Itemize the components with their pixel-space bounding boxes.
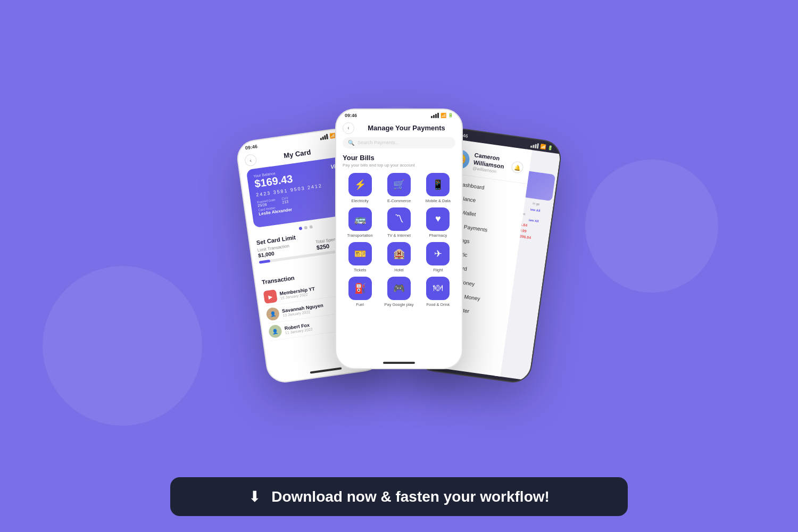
center-phone-content: ‹ Manage Your Payments 🔍 Search Payments…	[336, 120, 462, 307]
cvv-label: CVV	[281, 196, 288, 201]
signal-left	[320, 134, 328, 140]
bill-label: Electricity	[352, 198, 369, 203]
bill-item[interactable]: 🍽 Food & Drink	[421, 277, 455, 307]
dot-1	[299, 226, 303, 230]
tx-icon-youtube: ▶	[263, 289, 278, 303]
bill-icon-box: 〽	[387, 207, 411, 231]
bill-label: Fuel	[356, 302, 364, 307]
bill-icon-box: ♥	[426, 207, 450, 231]
notification-bell[interactable]: 🔔	[511, 161, 524, 174]
dot-3	[309, 225, 313, 229]
bill-item[interactable]: 📱 Mobile & Data	[421, 173, 455, 203]
search-bar[interactable]: 🔍 Search Payments...	[343, 137, 455, 148]
bill-item[interactable]: ⛽ Fuel	[343, 277, 377, 307]
progress-fill	[259, 259, 271, 263]
time-left: 09:46	[245, 144, 257, 151]
bill-label: Mobile & Data	[426, 198, 451, 203]
bill-item[interactable]: 🎮 Pay Google play	[381, 277, 416, 307]
wifi-icon-center: 📶	[440, 113, 446, 118]
bills-title: Your Bills	[343, 154, 455, 162]
dot-2	[304, 226, 307, 229]
bill-label: Pay Google play	[384, 302, 413, 307]
signal-center	[431, 113, 439, 118]
bills-grid: ⚡ Electricity 🛒 E-Commerce 📱 Mobile & Da…	[343, 173, 455, 307]
bill-label: Hotel	[394, 268, 404, 272]
bill-icon-box: 📱	[426, 173, 450, 196]
manage-header: ‹ Manage Your Payments	[343, 120, 455, 137]
user-info: CameronWilliamson @williamson	[472, 152, 509, 175]
bills-section: Your Bills Pay your bills and top up you…	[343, 154, 455, 307]
bill-icon-box: 🎮	[387, 277, 411, 300]
bill-icon-box: 🎫	[348, 242, 372, 265]
search-icon: 🔍	[348, 140, 354, 146]
bill-item[interactable]: ♥ Pharmacy	[421, 207, 455, 238]
bill-item[interactable]: ✈ Flight	[421, 242, 455, 272]
bill-label: Flight	[433, 268, 443, 272]
back-button-left[interactable]: ‹	[244, 153, 257, 167]
bill-item[interactable]: 🛒 E-Commerce	[381, 173, 416, 203]
notch-center	[378, 110, 420, 119]
bill-icon-box: 🛒	[387, 173, 411, 196]
back-button-center[interactable]: ‹	[343, 122, 354, 134]
bill-label: Transportation	[347, 233, 373, 238]
bill-item[interactable]: ⚡ Electricity	[343, 173, 377, 203]
time-center: 09:46	[345, 113, 357, 118]
status-icons-center: 📶 🔋	[431, 113, 453, 118]
battery-icon-center: 🔋	[448, 113, 453, 118]
wifi-icon-right: 📶	[540, 144, 546, 149]
bill-label: TV & Internet	[387, 233, 411, 238]
bill-icon-box: ⛽	[348, 277, 372, 300]
bill-icon-box: 🚌	[348, 207, 372, 231]
center-phone: 09:46 📶 🔋 ‹ Manage Your Payments �	[335, 109, 463, 369]
signal-right	[530, 142, 539, 148]
bill-item[interactable]: 🚌 Transportation	[343, 207, 377, 238]
battery-icon-right: 🔋	[547, 145, 553, 150]
bill-item[interactable]: 🎫 Tickets	[343, 242, 377, 272]
bill-label: Food & Drink	[426, 302, 450, 307]
bill-icon-box: ⚡	[348, 173, 372, 196]
bill-item[interactable]: 🏨 Hotel	[381, 242, 416, 272]
bill-item[interactable]: 〽 TV & Internet	[381, 207, 416, 238]
bill-label: Pharmacy	[429, 233, 447, 238]
center-phone-wrapper: 09:46 📶 🔋 ‹ Manage Your Payments �	[335, 109, 463, 369]
banner-text: Download now & fasten your workflow!	[271, 488, 550, 505]
limit-transaction: Limit Transaction $1,000	[257, 243, 290, 259]
bill-icon-box: 🍽	[426, 277, 450, 300]
bill-icon-box: ✈	[426, 242, 450, 265]
tx-avatar: 👤	[268, 324, 282, 338]
bill-label: Tickets	[354, 268, 366, 272]
cvv-section: CVV 213	[281, 196, 289, 204]
phones-area: 09:46 📶 🔋 ‹ My Card ⋮ Vi	[0, 0, 798, 477]
status-icons-right: 📶 🔋	[530, 142, 553, 151]
tx-avatar: 👤	[265, 306, 280, 321]
home-bar-center	[383, 362, 415, 364]
bills-subtitle: Pay your bills and top up your account	[343, 163, 455, 168]
search-placeholder: Search Payments...	[358, 140, 450, 145]
banner-download-icon: ⬇	[248, 488, 261, 505]
manage-title: Manage Your Payments	[358, 124, 455, 132]
left-phone-title: My Card	[283, 147, 311, 159]
bill-label: E-Commerce	[387, 198, 411, 203]
bottom-banner[interactable]: ⬇ Download now & fasten your workflow!	[170, 477, 628, 516]
bill-icon-box: 🏨	[387, 242, 411, 265]
